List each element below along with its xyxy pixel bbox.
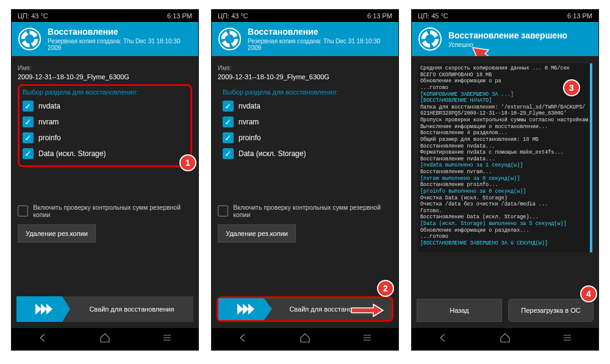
phone-screen-2: ЦП: 43 °C 6:13 PM Восстановление Резервн… bbox=[211, 9, 399, 351]
nav-bar bbox=[12, 328, 198, 350]
header: Восстановление Резервная копия создана: … bbox=[212, 22, 398, 56]
callout-badge-4: 4 bbox=[580, 285, 597, 302]
check-icon: ✓ bbox=[223, 132, 234, 143]
content: Имя: 2009-12-31--18-10-29_Flyme_6300G Вы… bbox=[12, 56, 198, 328]
page-subtitle: Резервная копия создана: Thu Dec 31 18:1… bbox=[248, 38, 392, 51]
page-title: Восстановление завершено bbox=[448, 30, 567, 40]
back-button[interactable]: Назад bbox=[417, 299, 502, 322]
partition-selector: Выбор раздела для восстановления: ✓nvdat… bbox=[218, 84, 392, 167]
swipe-label: Свайп для восстановления bbox=[70, 305, 193, 313]
header: Восстановление Резервная копия создана: … bbox=[12, 22, 198, 56]
page-subtitle: Резервная копия создана: Thu Dec 31 18:1… bbox=[48, 38, 192, 51]
delete-backup-button[interactable]: Удаление рез.копии bbox=[18, 224, 96, 243]
callout-badge-2: 2 bbox=[377, 280, 394, 297]
check-icon: ✓ bbox=[23, 116, 34, 127]
header: Восстановление завершено Успешно bbox=[412, 22, 598, 56]
check-icon: ✓ bbox=[223, 148, 234, 159]
checkbox-empty-icon bbox=[218, 205, 228, 216]
nav-back-icon[interactable] bbox=[237, 332, 249, 347]
checkbox-empty-icon bbox=[18, 205, 28, 216]
page-subtitle: Успешно bbox=[448, 41, 567, 48]
delete-backup-button[interactable]: Удаление рез.копии bbox=[218, 224, 296, 243]
partition-checkbox[interactable]: ✓Data (искл. Storage) bbox=[23, 146, 187, 162]
content: 3 Средняя скорость копирования данных ..… bbox=[412, 56, 598, 328]
twrp-logo-icon bbox=[218, 27, 242, 51]
partition-selector: Выбор раздела для восстановления: ✓nvdat… bbox=[18, 84, 192, 167]
callout-badge-1: 1 bbox=[179, 154, 196, 171]
nav-menu-icon[interactable] bbox=[161, 332, 173, 347]
md5-checkbox[interactable]: Включить проверку контрольных сумм резер… bbox=[18, 204, 192, 218]
status-bar: ЦП: 45 °C 6:13 PM bbox=[412, 10, 598, 22]
phone-screen-3: ЦП: 45 °C 6:13 PM Восстановление заверше… bbox=[411, 9, 599, 351]
cpu-temp: ЦП: 43 °C bbox=[218, 12, 248, 20]
twrp-logo-icon bbox=[418, 27, 442, 51]
check-icon: ✓ bbox=[23, 101, 34, 112]
partition-checkbox[interactable]: ✓proinfo bbox=[23, 130, 187, 146]
check-icon: ✓ bbox=[23, 148, 34, 159]
check-icon: ✓ bbox=[223, 116, 234, 127]
nav-home-icon[interactable] bbox=[99, 332, 111, 347]
partition-checkbox[interactable]: ✓nvram bbox=[23, 114, 187, 130]
callout-badge-3: 3 bbox=[563, 79, 580, 96]
md5-checkbox[interactable]: Включить проверку контрольных сумм резер… bbox=[218, 204, 392, 218]
name-label: Имя: bbox=[218, 65, 392, 71]
nav-home-icon[interactable] bbox=[499, 332, 511, 347]
status-bar: ЦП: 43 °C 6:13 PM bbox=[12, 10, 198, 22]
cpu-temp: ЦП: 45 °C bbox=[418, 12, 448, 20]
swipe-label: Свайп для восстановления bbox=[272, 305, 392, 313]
swipe-to-restore[interactable]: Свайп для восстановления 2 bbox=[217, 296, 393, 322]
partition-checkbox[interactable]: ✓proinfo bbox=[223, 130, 387, 146]
nav-menu-icon[interactable] bbox=[561, 332, 573, 347]
twrp-logo-icon bbox=[18, 27, 41, 51]
partition-checkbox[interactable]: ✓nvdata bbox=[23, 98, 187, 114]
reboot-button[interactable]: Перезагрузка в ОС bbox=[508, 299, 594, 322]
partition-checkbox[interactable]: ✓nvram bbox=[223, 114, 387, 130]
check-icon: ✓ bbox=[23, 132, 34, 143]
nav-home-icon[interactable] bbox=[299, 332, 311, 347]
swipe-thumb[interactable] bbox=[218, 298, 272, 320]
nav-menu-icon[interactable] bbox=[361, 332, 373, 347]
clock: 6:13 PM bbox=[567, 12, 592, 20]
page-title: Восстановление bbox=[248, 27, 392, 37]
content: Имя: 2009-12-31--18-10-29_Flyme_6300G Вы… bbox=[212, 56, 398, 328]
partition-checkbox[interactable]: ✓Data (искл. Storage) bbox=[223, 146, 387, 162]
nav-bar bbox=[412, 328, 598, 350]
page-title: Восстановление bbox=[48, 27, 192, 37]
backup-name-input[interactable]: 2009-12-31--18-10-29_Flyme_6300G bbox=[18, 73, 192, 80]
check-icon: ✓ bbox=[223, 101, 234, 112]
swipe-to-restore[interactable]: Свайп для восстановления bbox=[16, 296, 193, 322]
swipe-thumb[interactable] bbox=[16, 296, 70, 322]
button-bar: Назад Перезагрузка в ОС 4 bbox=[417, 299, 594, 322]
selector-title: Выбор раздела для восстановления: bbox=[223, 88, 387, 96]
name-label: Имя: bbox=[18, 65, 192, 71]
partition-checkbox[interactable]: ✓nvdata bbox=[223, 98, 387, 114]
clock: 6:13 PM bbox=[167, 12, 192, 20]
nav-back-icon[interactable] bbox=[437, 332, 449, 347]
backup-name-input[interactable]: 2009-12-31--18-10-29_Flyme_6300G bbox=[218, 73, 392, 80]
nav-back-icon[interactable] bbox=[37, 332, 49, 347]
status-bar: ЦП: 43 °C 6:13 PM bbox=[212, 10, 398, 22]
phone-screen-1: ЦП: 43 °C 6:13 PM Восстановление Резервн… bbox=[11, 9, 199, 351]
selector-title: Выбор раздела для восстановления: bbox=[23, 88, 187, 96]
nav-bar bbox=[212, 328, 398, 350]
cpu-temp: ЦП: 43 °C bbox=[18, 12, 48, 20]
clock: 6:13 PM bbox=[367, 12, 392, 20]
